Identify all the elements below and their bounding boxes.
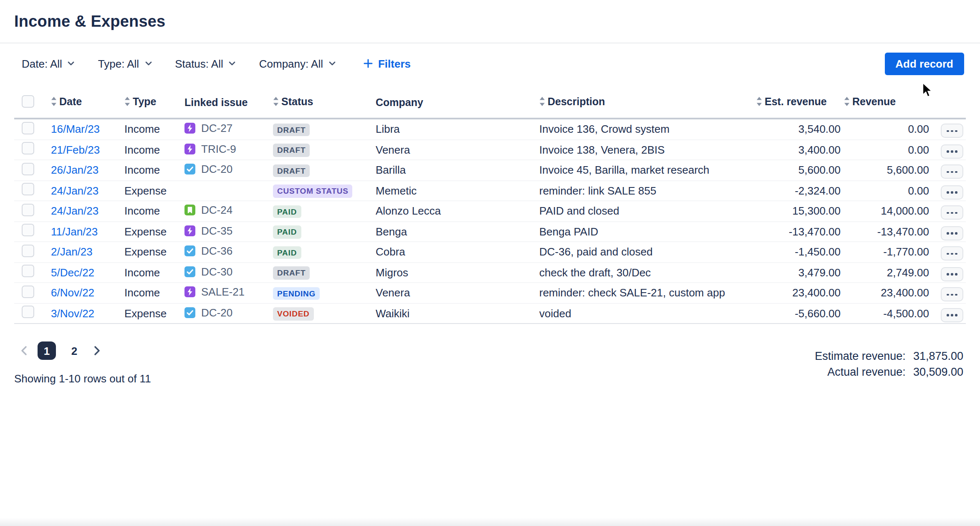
- record-date-link[interactable]: 21/Feb/23: [51, 144, 100, 156]
- page-button-1[interactable]: 1: [38, 341, 56, 360]
- record-date-link[interactable]: 5/Dec/22: [51, 266, 94, 279]
- status-badge: PENDING: [273, 287, 320, 300]
- linked-issue-link[interactable]: TRIC-9: [184, 143, 236, 155]
- linked-issue-link[interactable]: DC-36: [184, 245, 232, 258]
- filter-status[interactable]: Status: All: [175, 57, 237, 70]
- linked-issue-link[interactable]: DC-35: [184, 225, 232, 237]
- linked-issue-link[interactable]: DC-20: [184, 163, 232, 176]
- row-menu-button[interactable]: [941, 124, 963, 138]
- record-date-link[interactable]: 24/Jan/23: [51, 185, 99, 197]
- est-revenue-cell: -1,450.00: [753, 242, 841, 262]
- ellipsis-icon: [947, 191, 949, 193]
- row-checkbox[interactable]: [22, 183, 34, 196]
- row-checkbox[interactable]: [22, 142, 34, 155]
- date-cell: 24/Jan/23: [48, 201, 121, 221]
- column-header-est[interactable]: Est. revenue: [753, 83, 841, 119]
- linked-issue-cell: DC-20: [181, 303, 270, 324]
- filter-type[interactable]: Type: All: [98, 57, 152, 70]
- records-table: DateTypeLinked issueStatusCompanyDescrip…: [14, 83, 966, 324]
- column-label: Description: [548, 96, 605, 108]
- chevron-down-icon: [144, 59, 152, 68]
- row-menu-button[interactable]: [941, 288, 963, 302]
- column-header-status[interactable]: Status: [270, 83, 372, 119]
- filter-company[interactable]: Company: All: [259, 57, 336, 70]
- row-checkbox[interactable]: [22, 286, 34, 298]
- row-menu-button[interactable]: [941, 165, 963, 179]
- chevron-down-icon: [328, 59, 336, 68]
- estimate-revenue-label: Estimate revenue:: [815, 350, 906, 362]
- row-menu-button[interactable]: [941, 206, 963, 220]
- sort-icon: [539, 97, 545, 106]
- row-menu-button[interactable]: [941, 267, 963, 281]
- date-cell: 21/Feb/23: [48, 139, 121, 160]
- date-cell: 11/Jan/23: [48, 221, 121, 242]
- column-header-date[interactable]: Date: [48, 83, 121, 119]
- row-menu-button[interactable]: [941, 185, 963, 200]
- revenue-cell: -1,770.00: [841, 242, 932, 262]
- row-checkbox[interactable]: [22, 163, 34, 175]
- linked-issue-cell: DC-35: [181, 221, 270, 242]
- status-cell: DRAFT: [270, 262, 372, 283]
- date-cell: 3/Nov/22: [48, 303, 121, 324]
- row-checkbox[interactable]: [22, 224, 34, 237]
- page-header: Income & Expenses: [0, 0, 980, 43]
- row-menu-button[interactable]: [941, 144, 963, 159]
- record-date-link[interactable]: 11/Jan/23: [51, 225, 98, 238]
- sort-icon: [844, 97, 850, 106]
- est-revenue-cell: 3,540.00: [753, 119, 841, 139]
- issue-key: SALE-21: [201, 286, 245, 298]
- record-date-link[interactable]: 16/Mar/23: [51, 123, 100, 136]
- status-cell: DRAFT: [270, 160, 372, 180]
- company-cell: Venera: [372, 283, 536, 303]
- filter-date[interactable]: Date: All: [22, 57, 76, 70]
- est-revenue-cell: 15,300.00: [753, 201, 841, 221]
- ellipsis-icon: [955, 212, 957, 214]
- linked-issue-link[interactable]: DC-27: [184, 122, 232, 135]
- row-menu-button[interactable]: [941, 226, 963, 240]
- ellipsis-icon: [951, 212, 953, 214]
- record-date-link[interactable]: 26/Jan/23: [51, 164, 99, 177]
- select-all-checkbox[interactable]: [22, 95, 34, 107]
- type-cell: Expense: [121, 242, 181, 262]
- row-select-cell: [14, 160, 48, 180]
- linked-issue-link[interactable]: DC-24: [184, 204, 232, 217]
- more-filters-button[interactable]: Filters: [363, 57, 411, 70]
- row-checkbox[interactable]: [22, 122, 34, 134]
- prev-page-button[interactable]: [20, 346, 28, 356]
- type-cell: Expense: [121, 221, 181, 242]
- record-date-link[interactable]: 2/Jan/23: [51, 246, 93, 258]
- record-date-link[interactable]: 24/Jan/23: [51, 205, 99, 217]
- linked-issue-link[interactable]: DC-30: [184, 266, 232, 278]
- actual-revenue-value: 30,509.00: [913, 366, 963, 378]
- chevron-down-icon: [228, 59, 237, 68]
- column-header-desc[interactable]: Description: [536, 83, 753, 119]
- date-cell: 6/Nov/22: [48, 283, 121, 303]
- row-checkbox[interactable]: [22, 306, 34, 319]
- row-menu-button[interactable]: [941, 247, 963, 261]
- linked-issue-link[interactable]: SALE-21: [184, 286, 245, 298]
- ellipsis-icon: [951, 171, 953, 173]
- row-checkbox[interactable]: [22, 245, 34, 257]
- status-cell: DRAFT: [270, 119, 372, 139]
- linked-issue-link[interactable]: DC-20: [184, 306, 232, 319]
- sort-icon: [51, 97, 57, 106]
- table-row: 5/Dec/22IncomeDC-30DRAFTMigroscheck the …: [14, 262, 966, 283]
- column-header-type[interactable]: Type: [121, 83, 181, 119]
- status-badge: DRAFT: [273, 144, 310, 157]
- status-cell: VOIDED: [270, 303, 372, 324]
- actions-cell: [932, 221, 966, 242]
- add-record-button[interactable]: Add record: [884, 52, 964, 75]
- next-page-button[interactable]: [93, 346, 101, 356]
- record-date-link[interactable]: 6/Nov/22: [51, 287, 94, 299]
- ellipsis-icon: [947, 171, 949, 173]
- row-checkbox[interactable]: [22, 204, 34, 216]
- actual-revenue-label: Actual revenue:: [815, 366, 906, 378]
- column-header-rev[interactable]: Revenue: [841, 83, 932, 119]
- row-checkbox[interactable]: [22, 265, 34, 278]
- row-menu-button[interactable]: [941, 308, 963, 322]
- record-date-link[interactable]: 3/Nov/22: [51, 307, 94, 320]
- est-revenue-cell: 5,600.00: [753, 160, 841, 180]
- row-select-cell: [14, 303, 48, 324]
- column-label: Type: [133, 96, 157, 108]
- page-button-2[interactable]: 2: [65, 341, 83, 360]
